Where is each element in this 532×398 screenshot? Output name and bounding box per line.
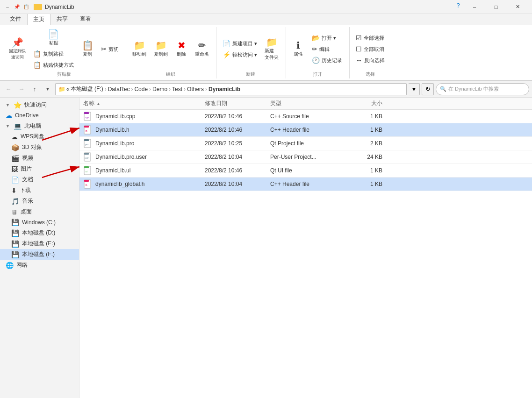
new-folder-button[interactable]: 📁 新建文件夹 [261, 35, 282, 63]
path-part-root: « [66, 86, 70, 92]
close-button[interactable]: ✕ [507, 0, 528, 14]
disk-f-icon: 💾 [11, 251, 19, 258]
delete-label: 删除 [177, 51, 186, 57]
path-part-1: 本地磁盘 (F:) [71, 85, 103, 93]
disk-e-icon: 💾 [11, 240, 19, 248]
svg-text:h: h [86, 184, 87, 186]
file-row[interactable]: h DynamicLib.h 2022/8/2 10:46 C++ Header… [79, 123, 532, 137]
sidebar-item-disk-e[interactable]: 💾 本地磁盘 (E:) [0, 238, 79, 249]
select-none-label: 全部取消 [364, 46, 384, 53]
cpp-file-icon: cpp [83, 112, 93, 121]
title-bar: – 📌 📋 DynamicLib ? – □ ✕ [0, 0, 532, 14]
sidebar-item-video[interactable]: 🎬 视频 [0, 153, 79, 163]
select-none-button[interactable]: ☐ 全部取消 [352, 44, 388, 54]
col-size-header[interactable]: 大小 [345, 100, 382, 107]
properties-button[interactable]: ℹ 属性 [289, 38, 308, 60]
delete-button[interactable]: ✖ 删除 [172, 38, 191, 60]
sidebar-item-onedrive[interactable]: ☁ OneDrive [0, 110, 79, 121]
cut-button[interactable]: ✂ 剪切 [98, 44, 122, 54]
move-to-button[interactable]: 📁 移动到 [129, 38, 150, 60]
open-content: ℹ 属性 📂 打开 ▾ ✏ 编辑 🕐 历史记录 [289, 28, 345, 70]
file-row[interactable]: cpp DynamicLib.cpp 2022/8/2 10:46 C++ So… [79, 110, 532, 123]
new-item-button[interactable]: 📄 新建项目 ▾ [219, 38, 260, 49]
history-button[interactable]: 🕐 历史记录 [309, 55, 345, 65]
search-bar[interactable]: 🔍 在 DynamicLib 中搜索 [436, 83, 529, 95]
sidebar-item-3d[interactable]: 📦 3D 对象 [0, 142, 79, 153]
sidebar-item-wps[interactable]: ☁ WPS网盘 [0, 131, 79, 142]
sidebar-item-network[interactable]: 🌐 网络 [0, 260, 79, 270]
address-bar[interactable]: 📁 « 本地磁盘 (F:) › DataRec › Code › Demo › … [55, 83, 407, 95]
clipboard-content: 📌 固定到快速访问 📄 粘贴 📋 复制路径 📋 粘贴快捷方式 [6, 28, 122, 70]
tab-home[interactable]: 主页 [27, 13, 50, 25]
easy-access-button[interactable]: ⚡ 轻松访问 ▾ [219, 50, 260, 60]
system-menu-icon[interactable]: – [4, 3, 11, 11]
file-row[interactable]: user DynamicLib.pro.user 2022/8/2 10:04 … [79, 150, 532, 164]
sidebar-item-pictures[interactable]: 🖼 图片 [0, 163, 79, 174]
open-icon: 📂 [312, 34, 320, 42]
select-label: 选择 [352, 70, 388, 78]
file-size: 1 KB [345, 167, 382, 174]
sidebar-item-windows-c[interactable]: 💾 Windows (C:) [0, 217, 79, 227]
path-sep-4: › [169, 86, 171, 92]
rename-button[interactable]: ✏ 重命名 [192, 38, 212, 60]
copy-button[interactable]: 📋 复制 [78, 38, 97, 60]
paste-shortcut-button[interactable]: 📋 粘贴快捷方式 [30, 60, 77, 70]
network-icon: 🌐 [6, 262, 14, 269]
quick-access-label: 快速访问 [24, 101, 47, 109]
music-label: 音乐 [22, 197, 33, 205]
svg-text:cpp: cpp [85, 116, 89, 119]
back-button[interactable]: ← [3, 84, 14, 95]
file-type: C++ Header file [270, 181, 345, 187]
open-button[interactable]: 📂 打开 ▾ [309, 33, 345, 43]
pictures-icon: 🖼 [11, 165, 18, 173]
recent-button[interactable]: ▼ [42, 84, 53, 95]
music-icon: 🎵 [11, 198, 19, 205]
file-area: 名称 ▲ 修改日期 类型 大小 cpp DynamicLib.cp [79, 98, 532, 398]
sidebar-item-quick-access[interactable]: ▼ ⭐ 快速访问 [0, 100, 79, 110]
tab-file[interactable]: 文件 [4, 13, 27, 25]
copy-path-button[interactable]: 📋 复制路径 [30, 49, 77, 59]
up-button[interactable]: ↑ [29, 84, 40, 95]
address-area: ← → ↑ ▼ 📁 « 本地磁盘 (F:) › DataRec › Code ›… [0, 81, 532, 98]
select-all-button[interactable]: ☑ 全部选择 [352, 33, 388, 43]
minimize-button[interactable]: – [464, 0, 485, 14]
sidebar-item-disk-f[interactable]: 💾 本地磁盘 (F:) [0, 249, 79, 260]
maximize-button[interactable]: □ [485, 0, 507, 14]
sidebar-item-disk-d[interactable]: 💾 本地磁盘 (D:) [0, 227, 79, 238]
col-name-header[interactable]: 名称 ▲ [83, 100, 205, 107]
svg-rect-1 [84, 112, 89, 114]
desktop-icon: 🖥 [11, 208, 18, 216]
file-row[interactable]: h dynamiclib_global.h 2022/8/2 10:04 C++… [79, 178, 532, 191]
wps-icon: ☁ [11, 133, 18, 141]
window-controls: ? – □ ✕ [453, 0, 528, 14]
file-row[interactable]: ui DynamicLib.ui 2022/8/2 10:46 Qt UI fi… [79, 164, 532, 178]
path-part-6: Others [187, 86, 204, 92]
disk-f-label: 本地磁盘 (F:) [22, 250, 55, 258]
sidebar-item-music[interactable]: 🎵 音乐 [0, 196, 79, 206]
tab-view[interactable]: 查看 [74, 13, 97, 25]
paste-button[interactable]: 📄 粘贴 [30, 28, 77, 48]
pin-to-quick-access-button[interactable]: 📌 固定到快速访问 [6, 36, 29, 63]
col-date-header[interactable]: 修改日期 [205, 100, 270, 107]
sidebar-item-desktop[interactable]: 🖥 桌面 [0, 206, 79, 217]
video-label: 视频 [22, 154, 33, 162]
col-type-header[interactable]: 类型 [270, 100, 345, 107]
forward-button[interactable]: → [16, 84, 27, 95]
tab-share[interactable]: 共享 [50, 13, 74, 25]
refresh-button[interactable]: ↻ [422, 83, 434, 95]
address-dropdown-button[interactable]: ▼ [409, 83, 420, 95]
paste-icon: 📄 [48, 29, 59, 39]
file-row[interactable]: pro DynamicLib.pro 2022/8/2 10:25 Qt Pro… [79, 137, 532, 150]
clipboard-label: 剪贴板 [6, 70, 122, 78]
help-button[interactable]: ? [453, 0, 464, 11]
copy-to-button[interactable]: 📁 复制到 [151, 38, 171, 60]
invert-selection-button[interactable]: ↔ 反向选择 [352, 55, 388, 65]
address-path: 📁 « 本地磁盘 (F:) › DataRec › Code › Demo › … [58, 85, 240, 93]
file-type: C++ Header file [270, 127, 345, 133]
edit-button[interactable]: ✏ 编辑 [309, 44, 345, 54]
sidebar-item-downloads[interactable]: ⬇ 下载 [0, 185, 79, 196]
file-name: DynamicLib.ui [95, 167, 205, 174]
sidebar-item-documents[interactable]: 📄 文档 [0, 174, 79, 185]
this-pc-label: 此电脑 [24, 122, 41, 130]
sidebar-item-this-pc[interactable]: ▼ 💻 此电脑 [0, 121, 79, 131]
